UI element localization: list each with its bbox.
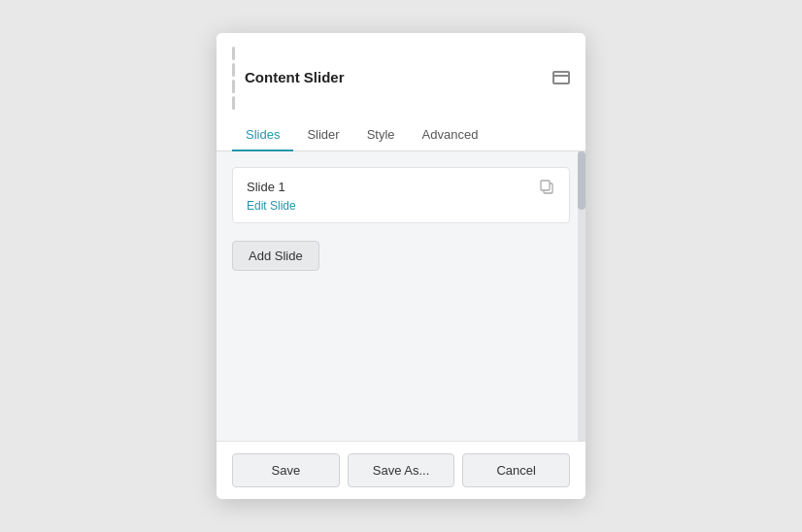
window-icon[interactable] <box>552 71 570 84</box>
scrollbar-track[interactable] <box>578 151 585 441</box>
cancel-button[interactable]: Cancel <box>462 453 570 487</box>
tabs-bar: Slides Slider Style Advanced <box>217 119 585 151</box>
slide-card-header: Slide 1 <box>247 178 555 195</box>
dialog-footer: Save Save As... Cancel <box>217 441 585 499</box>
content-slider-dialog: Content Slider Slides Slider Style Advan… <box>217 33 585 499</box>
scrollbar-thumb[interactable] <box>578 151 585 210</box>
tab-advanced[interactable]: Advanced <box>409 119 492 151</box>
save-as-button[interactable]: Save As... <box>348 453 455 487</box>
save-button[interactable]: Save <box>232 453 340 487</box>
tab-slides[interactable]: Slides <box>232 119 293 151</box>
edit-slide-link[interactable]: Edit Slide <box>247 199 555 213</box>
dialog-body: Slide 1 Edit Slide Add Slide <box>217 151 585 441</box>
tab-style[interactable]: Style <box>353 119 409 151</box>
tab-slider[interactable]: Slider <box>293 119 352 151</box>
svg-rect-1 <box>541 181 550 190</box>
dialog-title: Content Slider <box>245 69 552 85</box>
drag-handle <box>232 45 235 110</box>
dialog-header: Content Slider <box>217 33 585 110</box>
add-slide-button[interactable]: Add Slide <box>232 241 319 271</box>
slide-name: Slide 1 <box>247 180 285 194</box>
slide-card: Slide 1 Edit Slide <box>232 167 570 223</box>
copy-icon[interactable] <box>538 178 555 195</box>
